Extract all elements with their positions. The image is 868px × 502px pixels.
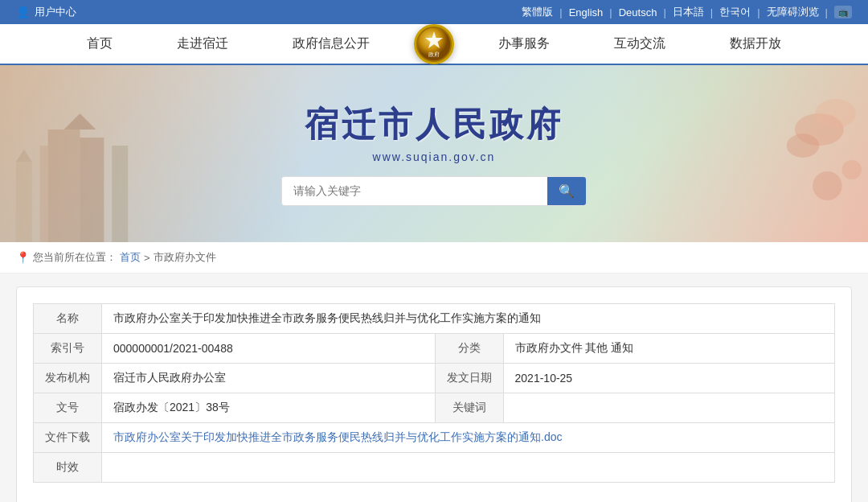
nav-item-home[interactable]: 首页 [55,24,145,64]
location-icon: 📍 [16,251,30,264]
label-category: 分类 [435,334,503,364]
svg-text:政府: 政府 [428,51,440,58]
doc-info-table: 名称 市政府办公室关于印发加快推进全市政务服务便民热线归并与优化工作实施方案的通… [33,303,835,483]
value-index: 000000001/2021-00488 [102,334,436,364]
value-validity [102,453,835,483]
label-publisher: 发布机构 [34,364,102,393]
top-bar-right: 繁體版 | English | Deutsch | 日本語 | 한국어 | 无障… [522,5,852,19]
hero-bg-right [608,65,868,242]
nav-item-info[interactable]: 政府信息公开 [260,24,402,64]
breadcrumb-current: 市政府办文件 [154,250,216,265]
user-icon: 👤 [16,6,30,19]
lang-english[interactable]: English [569,6,604,19]
svg-rect-5 [80,138,104,242]
svg-marker-8 [16,150,32,162]
sep1: | [559,6,562,19]
svg-point-14 [842,160,862,179]
nav-item-interact[interactable]: 互动交流 [582,24,698,64]
value-publisher: 宿迁市人民政府办公室 [102,364,436,393]
search-input[interactable] [282,178,547,204]
svg-rect-9 [112,146,128,242]
user-center-label[interactable]: 用户中心 [35,5,76,19]
sep3: | [663,6,665,19]
svg-rect-7 [16,162,32,242]
logo-emblem: 政府 [414,24,454,64]
breadcrumb: 📍 您当前所在位置： 首页 > 市政府办文件 [0,242,868,274]
svg-marker-6 [64,113,96,130]
table-row-index: 索引号 000000001/2021-00488 分类 市政府办文件 其他 通知 [34,334,835,364]
sep4: | [710,6,713,19]
table-row-validity: 时效 [34,453,835,483]
nav-bar: 首页 走进宿迁 政府信息公开 办事服务 互动交流 数据开放 政府 [0,24,868,65]
sep6: | [825,6,828,19]
label-validity: 时效 [34,453,102,483]
hero-bg-left [0,65,304,242]
table-row-download: 文件下载 市政府办公室关于印发加快推进全市政务服务便民热线归并与优化工作实施方案… [34,423,835,453]
article-title: 市政府办公室关于印发加快推进全市政务服务便民热线归并与优化工作实施方案的通知 [33,499,835,502]
breadcrumb-prefix: 您当前所在位置： [33,250,117,265]
content-area: 名称 市政府办公室关于印发加快推进全市政务服务便民热线归并与优化工作实施方案的通… [16,286,852,502]
value-keywords [503,393,834,423]
label-name: 名称 [34,304,102,334]
breadcrumb-sep: > [144,252,150,264]
hero-banner: 宿迁市人民政府 www.suqian.gov.cn 🔍 [0,65,868,242]
hero-subtitle: www.suqian.gov.cn [373,150,496,163]
top-bar: 👤 用户中心 繁體版 | English | Deutsch | 日本語 | 한… [0,0,868,24]
value-category: 市政府办文件 其他 通知 [503,334,834,364]
sep5: | [757,6,760,19]
download-link[interactable]: 市政府办公室关于印发加快推进全市政务服务便民热线归并与优化工作实施方案的通知.d… [113,430,562,443]
hero-title: 宿迁市人民政府 [305,102,563,147]
label-date: 发文日期 [435,364,503,393]
nav-logo: 政府 [414,24,454,64]
lang-korean[interactable]: 한국어 [719,5,751,19]
table-row-name: 名称 市政府办公室关于印发加快推进全市政务服务便民热线归并与优化工作实施方案的通… [34,304,835,334]
svg-rect-3 [48,130,80,242]
svg-point-13 [813,171,841,200]
lang-japanese[interactable]: 日本語 [673,5,704,19]
nav-item-about[interactable]: 走进宿迁 [145,24,260,64]
breadcrumb-home[interactable]: 首页 [120,250,141,265]
label-keywords: 关键词 [435,393,503,423]
accessibility-label[interactable]: 无障碍浏览 [767,5,819,19]
table-row-docnum: 文号 宿政办发〔2021〕38号 关键词 [34,393,835,423]
value-date: 2021-10-25 [503,364,834,393]
svg-point-12 [787,134,820,158]
svg-point-11 [815,99,856,128]
value-docnum: 宿政办发〔2021〕38号 [102,393,436,423]
value-download: 市政府办公室关于印发加快推进全市政务服务便民热线归并与优化工作实施方案的通知.d… [102,423,835,453]
tv-icon[interactable]: 📺 [834,6,852,19]
label-docnum: 文号 [34,393,102,423]
label-index: 索引号 [34,334,102,364]
table-row-publisher: 发布机构 宿迁市人民政府办公室 发文日期 2021-10-25 [34,364,835,393]
top-bar-left: 👤 用户中心 [16,5,76,19]
nav-item-service[interactable]: 办事服务 [466,24,582,64]
search-button[interactable]: 🔍 [547,177,586,205]
svg-rect-4 [40,146,48,242]
value-name: 市政府办公室关于印发加快推进全市政务服务便民热线归并与优化工作实施方案的通知 [102,304,835,334]
hero-search: 🔍 [281,176,587,206]
label-download: 文件下载 [34,423,102,453]
lang-deutsch[interactable]: Deutsch [619,6,657,19]
nav-item-data[interactable]: 数据开放 [698,24,813,64]
sep2: | [609,6,612,19]
lang-traditional[interactable]: 繁體版 [522,5,553,19]
